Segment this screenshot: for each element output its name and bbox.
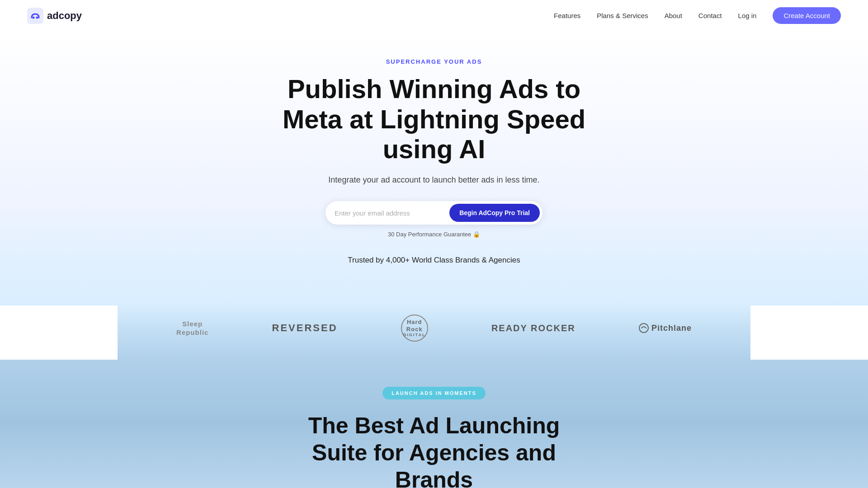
trial-button[interactable]: Begin AdCopy Pro Trial bbox=[449, 204, 540, 222]
svg-rect-0 bbox=[27, 8, 43, 24]
brand-pitchlane: Pitchlane bbox=[639, 323, 692, 333]
brand-reversed: REVERSED bbox=[272, 322, 338, 334]
logo[interactable]: adcopy bbox=[27, 8, 82, 24]
hero-subtitle: Integrate your ad account to launch bett… bbox=[328, 175, 539, 185]
pitchlane-icon bbox=[639, 323, 649, 333]
brand-hardrock: Hard Rock DIGITAL bbox=[401, 314, 428, 342]
brand-ready-rocker: READY ROCKER bbox=[491, 323, 576, 333]
navbar: adcopy Features Plans & Services About C… bbox=[0, 0, 868, 31]
section2-title: The Best Ad Launching Suite for Agencies… bbox=[298, 412, 570, 488]
brands-section: SleepRepublic REVERSED Hard Rock DIGITAL… bbox=[118, 305, 750, 360]
nav-login[interactable]: Log in bbox=[738, 12, 757, 19]
logo-text: adcopy bbox=[47, 10, 82, 22]
guarantee-text: 30 Day Performance Guarantee 🔒 bbox=[388, 231, 480, 238]
section2: LAUNCH ADS IN MOMENTS The Best Ad Launch… bbox=[0, 360, 868, 488]
email-input[interactable] bbox=[335, 209, 449, 217]
nav-about[interactable]: About bbox=[665, 12, 682, 19]
create-account-button[interactable]: Create Account bbox=[773, 7, 841, 24]
hero-section: SUPERCHARGE YOUR ADS Publish Winning Ads… bbox=[0, 31, 868, 305]
svg-point-2 bbox=[36, 16, 38, 19]
nav-contact[interactable]: Contact bbox=[698, 12, 722, 19]
hero-title: Publish Winning Ads to Meta at Lightning… bbox=[276, 74, 592, 164]
nav-features[interactable]: Features bbox=[554, 12, 580, 19]
email-form: Begin AdCopy Pro Trial bbox=[326, 201, 542, 225]
nav-links: Features Plans & Services About Contact … bbox=[554, 7, 841, 24]
brand-sleep-republic: SleepRepublic bbox=[176, 319, 208, 337]
svg-point-3 bbox=[639, 324, 648, 333]
svg-point-1 bbox=[33, 16, 35, 19]
section2-badge: LAUNCH ADS IN MOMENTS bbox=[382, 387, 486, 399]
logo-icon bbox=[27, 8, 43, 24]
hero-eyebrow: SUPERCHARGE YOUR ADS bbox=[386, 58, 482, 65]
trusted-label: Trusted by 4,000+ World Class Brands & A… bbox=[348, 256, 520, 265]
nav-plans[interactable]: Plans & Services bbox=[597, 12, 648, 19]
